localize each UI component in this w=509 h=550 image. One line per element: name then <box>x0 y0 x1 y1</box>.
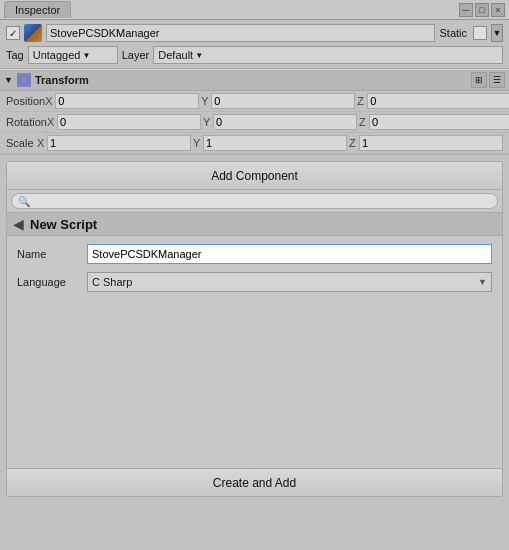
rotation-z-field: Z <box>359 114 509 130</box>
object-name-input[interactable] <box>46 24 435 42</box>
search-input[interactable] <box>34 195 491 207</box>
search-input-wrap: 🔍 <box>11 193 498 209</box>
add-component-button[interactable]: Add Component <box>7 162 502 190</box>
position-x-input[interactable] <box>55 93 199 109</box>
language-dropdown[interactable]: C Sharp ▼ <box>87 272 492 292</box>
static-checkbox[interactable] <box>473 26 487 40</box>
language-form-row: Language C Sharp ▼ <box>17 272 492 292</box>
create-and-add-button[interactable]: Create and Add <box>7 468 502 496</box>
tag-label: Tag <box>6 49 24 61</box>
z-label: Z <box>357 95 367 107</box>
transform-section: ▼ Transform ⊞ ☰ Position X Y Z Rotation <box>0 69 509 155</box>
create-add-label: Create and Add <box>213 476 296 490</box>
main-content: Add Component 🔍 ◀ New Script Name Langua… <box>0 155 509 550</box>
tag-layer-row: Tag Untagged ▼ Layer Default ▼ <box>6 46 503 64</box>
window-controls: ─ □ × <box>459 3 505 17</box>
rx-label: X <box>47 116 57 128</box>
sy-label: Y <box>193 137 203 149</box>
minimize-button[interactable]: ─ <box>459 3 473 17</box>
rotation-row: Rotation X Y Z <box>0 112 509 133</box>
transform-tools: ⊞ ☰ <box>471 72 505 88</box>
object-icon <box>24 24 42 42</box>
script-name-input[interactable] <box>87 244 492 264</box>
close-button[interactable]: × <box>491 3 505 17</box>
inspector-tab-label: Inspector <box>15 4 60 16</box>
layer-dropdown[interactable]: Default ▼ <box>153 46 503 64</box>
scale-x-field: X <box>37 135 191 151</box>
scale-y-input[interactable] <box>203 135 347 151</box>
language-label: Language <box>17 276 87 288</box>
scale-label: Scale <box>6 137 37 149</box>
back-arrow-icon[interactable]: ◀ <box>13 216 24 232</box>
inspector-header: ✓ Static ▼ Tag Untagged ▼ Layer Default … <box>0 20 509 69</box>
new-script-title: New Script <box>30 217 97 232</box>
new-script-header: ◀ New Script <box>7 213 502 236</box>
transform-collapse-arrow[interactable]: ▼ <box>4 75 13 85</box>
transform-header: ▼ Transform ⊞ ☰ <box>0 69 509 91</box>
scale-y-field: Y <box>193 135 347 151</box>
name-label: Name <box>17 248 87 260</box>
transform-settings-icon[interactable]: ⊞ <box>471 72 487 88</box>
add-component-panel: Add Component 🔍 ◀ New Script Name Langua… <box>6 161 503 497</box>
scale-x-input[interactable] <box>47 135 191 151</box>
y-label: Y <box>201 95 211 107</box>
rotation-label: Rotation <box>6 116 47 128</box>
transform-title: Transform <box>35 74 89 86</box>
position-fields: X Y Z <box>45 93 509 109</box>
search-icon: 🔍 <box>18 196 30 207</box>
tag-arrow-icon: ▼ <box>82 51 90 60</box>
rotation-z-input[interactable] <box>369 114 509 130</box>
position-y-input[interactable] <box>211 93 355 109</box>
rotation-x-field: X <box>47 114 201 130</box>
position-z-input[interactable] <box>367 93 509 109</box>
rotation-x-input[interactable] <box>57 114 201 130</box>
tag-value: Untagged <box>33 49 81 61</box>
rz-label: Z <box>359 116 369 128</box>
layer-value: Default <box>158 49 193 61</box>
sx-label: X <box>37 137 47 149</box>
position-x-field: X <box>45 93 199 109</box>
layer-arrow-icon: ▼ <box>195 51 203 60</box>
position-row: Position X Y Z <box>0 91 509 112</box>
sz-label: Z <box>349 137 359 149</box>
rotation-fields: X Y Z <box>47 114 509 130</box>
active-checkbox[interactable]: ✓ <box>6 26 20 40</box>
static-label: Static <box>439 27 467 39</box>
position-y-field: Y <box>201 93 355 109</box>
title-bar: Inspector ─ □ × <box>0 0 509 20</box>
scale-z-field: Z <box>349 135 503 151</box>
transform-menu-icon[interactable]: ☰ <box>489 72 505 88</box>
rotation-y-input[interactable] <box>213 114 357 130</box>
rotation-y-field: Y <box>203 114 357 130</box>
scale-z-input[interactable] <box>359 135 503 151</box>
name-form-row: Name <box>17 244 492 264</box>
position-label: Position <box>6 95 45 107</box>
search-row: 🔍 <box>7 190 502 213</box>
ry-label: Y <box>203 116 213 128</box>
new-script-body: Name Language C Sharp ▼ <box>7 236 502 308</box>
script-panel-spacer <box>7 308 502 468</box>
inspector-tab[interactable]: Inspector <box>4 1 71 18</box>
static-dropdown-arrow[interactable]: ▼ <box>491 24 503 42</box>
scale-row: Scale X Y Z <box>0 133 509 154</box>
position-z-field: Z <box>357 93 509 109</box>
add-component-label: Add Component <box>211 169 298 183</box>
object-row: ✓ Static ▼ <box>6 24 503 42</box>
language-value: C Sharp <box>92 276 132 288</box>
tag-dropdown[interactable]: Untagged ▼ <box>28 46 118 64</box>
transform-icon <box>17 73 31 87</box>
layer-label: Layer <box>122 49 150 61</box>
x-label: X <box>45 95 55 107</box>
scale-fields: X Y Z <box>37 135 503 151</box>
language-arrow-icon: ▼ <box>478 277 487 287</box>
maximize-button[interactable]: □ <box>475 3 489 17</box>
